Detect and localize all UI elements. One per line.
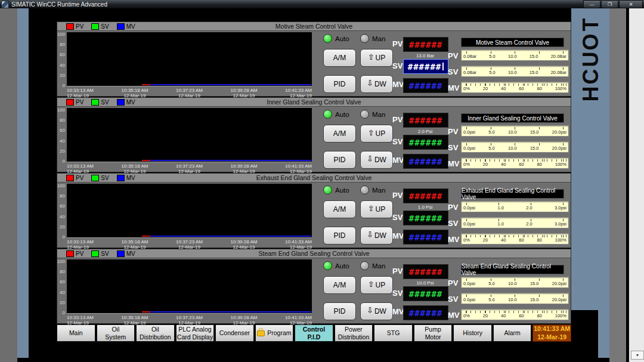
gauge-tick-label: 80 xyxy=(537,238,542,243)
up-button[interactable]: ⇧UP xyxy=(360,49,393,67)
am-toggle-button[interactable]: A/M xyxy=(323,49,356,67)
gauge-tick-label: 0.0psi xyxy=(463,222,475,227)
gauge-tick-label: 0% xyxy=(463,86,470,91)
pid-controls: Auto Man A/M ⇧UP PID ⇩DW PV ###### 10.0 … xyxy=(312,258,453,324)
nav-oil-system[interactable]: OilSystem xyxy=(97,324,135,342)
down-arrow-icon: ⇩ xyxy=(367,155,373,163)
gauge-section: Exhaust End Gland Sealing Control Valve … xyxy=(448,182,572,248)
down-button[interactable]: ⇩DW xyxy=(360,75,393,93)
nav-control-pid[interactable]: ControlP.I.D xyxy=(295,324,333,342)
sv-display[interactable]: ###### xyxy=(403,135,448,150)
setpoint-label: 13.0 Bar xyxy=(403,53,447,58)
panels: PV SV MV Motive Steam Control Valve 100 … xyxy=(57,21,571,324)
up-button[interactable]: ⇧UP xyxy=(360,125,393,143)
mv-gauge: 0%20406080100% xyxy=(461,82,569,93)
nav-alarm[interactable]: Alarm xyxy=(493,324,532,342)
up-arrow-icon: ⇧ xyxy=(368,280,374,288)
am-toggle-button[interactable]: A/M xyxy=(323,276,356,294)
x-tick: 10:37:23 AM12-Mar-19 xyxy=(176,239,203,250)
trend-chart: 100 80 60 40 20 0 10:33:13 AM12-Mar-19 1… xyxy=(57,184,312,248)
up-arrow-icon: ⇧ xyxy=(368,53,374,61)
setpoint-label: 1.0 Psi xyxy=(403,205,447,210)
pid-button[interactable]: PID xyxy=(323,151,356,169)
scroll-down-icon[interactable]: ▼ xyxy=(631,351,644,360)
auto-label: Auto xyxy=(335,187,349,194)
valve-panel: PV SV MV Steam End Gland Sealing Control… xyxy=(57,249,571,324)
man-indicator[interactable]: Man xyxy=(360,110,385,119)
down-button[interactable]: ⇩DW xyxy=(360,151,393,169)
pv-row-label: PV xyxy=(392,267,402,276)
trend-legend: PV SV MV xyxy=(66,250,135,257)
nav-pump-motor[interactable]: PumpMotor xyxy=(414,324,453,342)
pv-row-label: PV xyxy=(392,115,402,124)
sv-display[interactable]: ###### xyxy=(403,211,448,225)
gauge-tick-label: 3.0psi xyxy=(555,206,566,211)
gauge-tick-label: 10.0 xyxy=(508,70,517,75)
pid-button[interactable]: PID xyxy=(323,75,356,93)
y-tick: 60 xyxy=(60,128,65,133)
close-button[interactable]: ✕ xyxy=(619,0,643,8)
nav-power-distribution[interactable]: PowerDistribution xyxy=(335,324,373,342)
nav-stg[interactable]: STG xyxy=(374,324,413,342)
nav-oil-distribution[interactable]: OilDistribution xyxy=(136,324,175,342)
auto-indicator[interactable]: Auto xyxy=(323,261,349,270)
nav-main[interactable]: Main xyxy=(57,324,95,342)
man-label: Man xyxy=(372,187,385,194)
gauge-tick-label: 0.0psi xyxy=(463,130,475,135)
man-indicator[interactable]: Man xyxy=(360,185,385,194)
mv-display: ###### xyxy=(403,154,448,169)
auto-led-icon xyxy=(323,34,332,43)
up-button[interactable]: ⇧UP xyxy=(360,276,393,294)
gauge-tick-label: 100% xyxy=(555,238,566,243)
sv-row-label: SV xyxy=(392,213,402,222)
pv-display: ###### xyxy=(403,37,448,52)
restore-button[interactable]: ❐ xyxy=(601,0,618,8)
pv-row-label: PV xyxy=(392,39,402,48)
gauge-tick-label: 40 xyxy=(501,86,506,91)
mv-legend-swatch xyxy=(117,99,125,106)
gauge-tick-label: 0% xyxy=(463,314,470,318)
gauge-tick-label: 40 xyxy=(501,162,506,167)
y-tick: 100 xyxy=(57,107,65,113)
up-button[interactable]: ⇧UP xyxy=(360,200,393,218)
man-indicator[interactable]: Man xyxy=(360,34,385,43)
y-tick: 40 xyxy=(60,63,65,68)
auto-indicator[interactable]: Auto xyxy=(323,110,349,119)
gauge-tick-label: 20.0psi xyxy=(552,130,566,135)
trend-chart: 100 80 60 40 20 0 10:33:13 AM12-Mar-19 1… xyxy=(57,108,312,172)
down-button[interactable]: ⇩DW xyxy=(360,302,393,320)
sv-display[interactable]: ###### xyxy=(403,286,448,301)
mv-row-label: MV xyxy=(392,80,404,89)
pv-display: ###### xyxy=(403,264,448,279)
minimize-button[interactable]: — xyxy=(583,0,600,8)
wincc-app-icon xyxy=(1,1,9,8)
vertical-scrollbar[interactable]: ▼ xyxy=(628,8,644,362)
gauge-tick-label: 3.0psi xyxy=(555,222,566,227)
auto-indicator[interactable]: Auto xyxy=(323,185,349,194)
pv-gauge-label: PV xyxy=(448,279,458,287)
gauge-tick-label: 0.0psi xyxy=(463,281,475,286)
y-tick: 20 xyxy=(60,224,65,230)
nav-history[interactable]: History xyxy=(453,324,492,342)
trend-x-axis: 10:33:13 AM12-Mar-19 10:35:18 AM12-Mar-1… xyxy=(67,163,312,174)
man-indicator[interactable]: Man xyxy=(360,261,385,270)
down-button[interactable]: ⇩DW xyxy=(360,227,393,245)
sv-display[interactable]: ###### xyxy=(403,59,448,74)
mv-legend-label: MV xyxy=(126,175,135,181)
pid-button[interactable]: PID xyxy=(323,302,356,320)
nav-program[interactable]: Program xyxy=(255,324,294,342)
auto-indicator[interactable]: Auto xyxy=(323,34,349,43)
gauge-tick xyxy=(539,67,540,70)
nav-condenser[interactable]: Condenser xyxy=(215,324,254,342)
nav-plcanalog-carddisplay[interactable]: PLC AnalogCard Display xyxy=(176,324,215,342)
am-toggle-button[interactable]: A/M xyxy=(323,200,356,218)
am-toggle-button[interactable]: A/M xyxy=(323,125,356,143)
trend-chart: 100 80 60 40 20 0 10:33:13 AM12-Mar-19 1… xyxy=(57,259,312,324)
sv-gauge-label: SV xyxy=(448,143,458,152)
gauge-tick-label: 2.0 xyxy=(526,206,532,211)
gauge-tick-label: 15.0 xyxy=(530,298,539,302)
gauge-tick-label: 40 xyxy=(501,238,506,243)
pid-button[interactable]: PID xyxy=(323,227,356,245)
pv-legend-swatch xyxy=(66,175,74,181)
x-tick: 10:37:23 AM12-Mar-19 xyxy=(176,88,203,98)
